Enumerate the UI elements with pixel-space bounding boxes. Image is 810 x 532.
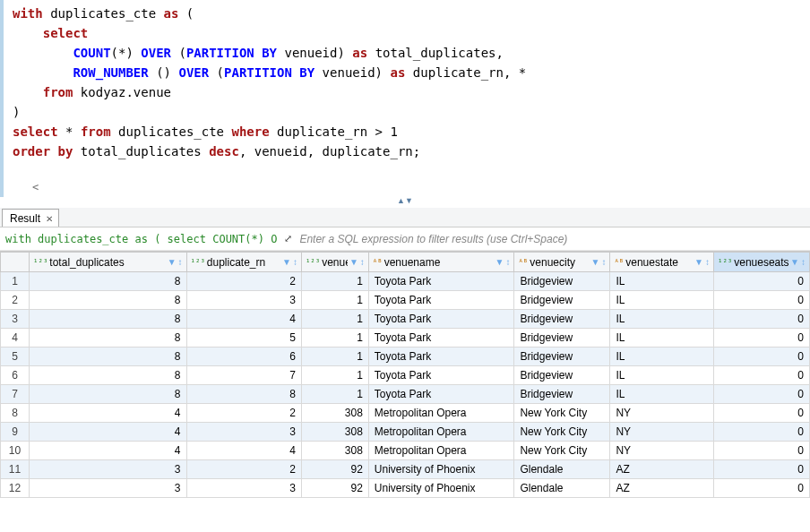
cell-duplicate_rn[interactable]: 3 bbox=[186, 291, 301, 310]
cell-venueseats[interactable]: 0 bbox=[713, 272, 809, 291]
table-row[interactable]: 1821Toyota ParkBridgeviewIL0 bbox=[1, 272, 810, 291]
pane-collapse-handle[interactable]: ▲▼ bbox=[0, 197, 810, 208]
close-icon[interactable]: ✕ bbox=[46, 214, 53, 224]
cell-venueid[interactable]: 308 bbox=[301, 423, 368, 442]
cell-duplicate_rn[interactable]: 8 bbox=[186, 385, 301, 404]
cell-total_duplicates[interactable]: 8 bbox=[30, 272, 186, 291]
cell-venuename[interactable]: Metropolitan Opera bbox=[368, 442, 514, 460]
cell-venueid[interactable]: 1 bbox=[301, 366, 368, 385]
cell-total_duplicates[interactable]: 8 bbox=[30, 329, 186, 348]
cell-venuename[interactable]: Toyota Park bbox=[368, 310, 514, 329]
cell-venueseats[interactable]: 0 bbox=[713, 442, 809, 460]
cell-duplicate_rn[interactable]: 7 bbox=[186, 366, 301, 385]
cell-duplicate_rn[interactable]: 4 bbox=[186, 442, 301, 460]
cell-venuename[interactable]: University of Phoenix bbox=[368, 479, 514, 498]
sort-filter-icon[interactable]: ▼↕ bbox=[591, 257, 607, 267]
sort-filter-icon[interactable]: ▼↕ bbox=[495, 257, 511, 267]
cell-venueid[interactable]: 92 bbox=[301, 479, 368, 498]
rownum-cell[interactable]: 5 bbox=[1, 348, 30, 366]
cell-venuecity[interactable]: New York City bbox=[514, 404, 610, 423]
table-row[interactable]: 113292University of PhoenixGlendaleAZ0 bbox=[1, 460, 810, 479]
table-row[interactable]: 3841Toyota ParkBridgeviewIL0 bbox=[1, 310, 810, 329]
cell-total_duplicates[interactable]: 8 bbox=[30, 385, 186, 404]
cell-venuename[interactable]: Toyota Park bbox=[368, 366, 514, 385]
sql-editor[interactable]: with duplicates_cte as ( select COUNT(*)… bbox=[4, 0, 810, 165]
cell-venueid[interactable]: 1 bbox=[301, 329, 368, 348]
cell-duplicate_rn[interactable]: 4 bbox=[186, 310, 301, 329]
cell-venuestate[interactable]: IL bbox=[610, 291, 714, 310]
col-header-venueid[interactable]: ¹²³venueid▼↕ bbox=[301, 253, 368, 272]
rownum-cell[interactable]: 6 bbox=[1, 366, 30, 385]
col-header-total_duplicates[interactable]: ¹²³total_duplicates▼↕ bbox=[30, 253, 186, 272]
cell-duplicate_rn[interactable]: 2 bbox=[186, 460, 301, 479]
cell-venuecity[interactable]: Bridgeview bbox=[514, 310, 610, 329]
cell-venueid[interactable]: 92 bbox=[301, 460, 368, 479]
cell-venuecity[interactable]: Bridgeview bbox=[514, 348, 610, 366]
cell-total_duplicates[interactable]: 8 bbox=[30, 291, 186, 310]
cell-venuecity[interactable]: Bridgeview bbox=[514, 385, 610, 404]
cell-venuestate[interactable]: IL bbox=[610, 329, 714, 348]
rownum-cell[interactable]: 11 bbox=[1, 460, 30, 479]
sql-editor-pane[interactable]: with duplicates_cte as ( select COUNT(*)… bbox=[0, 0, 810, 197]
cell-total_duplicates[interactable]: 4 bbox=[30, 423, 186, 442]
cell-total_duplicates[interactable]: 4 bbox=[30, 404, 186, 423]
cell-venueseats[interactable]: 0 bbox=[713, 423, 809, 442]
sort-filter-icon[interactable]: ▼↕ bbox=[282, 257, 297, 267]
cell-duplicate_rn[interactable]: 5 bbox=[186, 329, 301, 348]
col-header-venueseats[interactable]: ¹²³venueseats▼↕ bbox=[713, 253, 809, 272]
cell-duplicate_rn[interactable]: 3 bbox=[186, 423, 301, 442]
cell-venuestate[interactable]: IL bbox=[610, 348, 714, 366]
col-header-venuename[interactable]: ᴬᴮvenuename▼↕ bbox=[368, 253, 514, 272]
cell-venuename[interactable]: Metropolitan Opera bbox=[368, 423, 514, 442]
cell-venuestate[interactable]: IL bbox=[610, 272, 714, 291]
cell-venuestate[interactable]: NY bbox=[610, 423, 714, 442]
cell-total_duplicates[interactable]: 3 bbox=[30, 460, 186, 479]
result-tab[interactable]: Result ✕ bbox=[2, 209, 59, 227]
cell-venuename[interactable]: Toyota Park bbox=[368, 348, 514, 366]
cell-venuecity[interactable]: Glendale bbox=[514, 460, 610, 479]
cell-venueseats[interactable]: 0 bbox=[713, 404, 809, 423]
table-row[interactable]: 6871Toyota ParkBridgeviewIL0 bbox=[1, 366, 810, 385]
cell-total_duplicates[interactable]: 8 bbox=[30, 366, 186, 385]
cell-venuestate[interactable]: AZ bbox=[610, 479, 714, 498]
col-header-venuestate[interactable]: ᴬᴮvenuestate▼↕ bbox=[610, 253, 714, 272]
cell-venueseats[interactable]: 0 bbox=[713, 291, 809, 310]
table-row[interactable]: 4851Toyota ParkBridgeviewIL0 bbox=[1, 329, 810, 348]
cell-venueseats[interactable]: 0 bbox=[713, 460, 809, 479]
sort-filter-icon[interactable]: ▼↕ bbox=[168, 257, 183, 267]
cell-total_duplicates[interactable]: 8 bbox=[30, 348, 186, 366]
cell-venuestate[interactable]: IL bbox=[610, 385, 714, 404]
cell-venuecity[interactable]: Glendale bbox=[514, 479, 610, 498]
editor-hscroll[interactable]: < bbox=[25, 181, 39, 197]
rownum-cell[interactable]: 7 bbox=[1, 385, 30, 404]
cell-venuename[interactable]: Toyota Park bbox=[368, 385, 514, 404]
rownum-cell[interactable]: 9 bbox=[1, 423, 30, 442]
expand-icon[interactable]: ⤢ bbox=[284, 233, 292, 245]
col-header-duplicate_rn[interactable]: ¹²³duplicate_rn▼↕ bbox=[186, 253, 301, 272]
cell-venuestate[interactable]: AZ bbox=[610, 460, 714, 479]
sort-filter-icon[interactable]: ▼↕ bbox=[349, 257, 365, 267]
table-row[interactable]: 123392University of PhoenixGlendaleAZ0 bbox=[1, 479, 810, 498]
rownum-cell[interactable]: 12 bbox=[1, 479, 30, 498]
cell-venuename[interactable]: Toyota Park bbox=[368, 329, 514, 348]
table-row[interactable]: 842308Metropolitan OperaNew York CityNY0 bbox=[1, 404, 810, 423]
cell-venueseats[interactable]: 0 bbox=[713, 479, 809, 498]
cell-venuecity[interactable]: Bridgeview bbox=[514, 291, 610, 310]
cell-venueseats[interactable]: 0 bbox=[713, 366, 809, 385]
rownum-cell[interactable]: 3 bbox=[1, 310, 30, 329]
cell-venueid[interactable]: 1 bbox=[301, 385, 368, 404]
cell-venuecity[interactable]: New York City bbox=[514, 442, 610, 460]
rownum-cell[interactable]: 2 bbox=[1, 291, 30, 310]
cell-venueid[interactable]: 308 bbox=[301, 442, 368, 460]
filter-input[interactable]: Enter a SQL expression to filter results… bbox=[299, 233, 567, 245]
table-row[interactable]: 7881Toyota ParkBridgeviewIL0 bbox=[1, 385, 810, 404]
cell-duplicate_rn[interactable]: 6 bbox=[186, 348, 301, 366]
cell-venueid[interactable]: 1 bbox=[301, 310, 368, 329]
cell-venuename[interactable]: Metropolitan Opera bbox=[368, 404, 514, 423]
cell-venuename[interactable]: University of Phoenix bbox=[368, 460, 514, 479]
cell-venueid[interactable]: 1 bbox=[301, 272, 368, 291]
cell-venueseats[interactable]: 0 bbox=[713, 385, 809, 404]
cell-venueid[interactable]: 1 bbox=[301, 291, 368, 310]
cell-venuecity[interactable]: Bridgeview bbox=[514, 272, 610, 291]
rownum-cell[interactable]: 4 bbox=[1, 329, 30, 348]
